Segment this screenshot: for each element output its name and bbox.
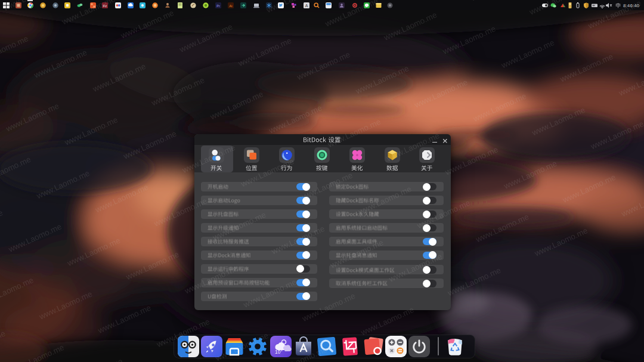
svg-text:www.Laomo.me: www.Laomo.me	[586, 0, 643, 30]
svg-text:www.Laomo.me: www.Laomo.me	[32, 48, 89, 80]
svg-text:www.Laomo.me: www.Laomo.me	[471, 91, 528, 123]
svg-text:www.Laomo.me: www.Laomo.me	[382, 10, 439, 42]
svg-text:www.Laomo.me: www.Laomo.me	[415, 199, 472, 231]
svg-text:www.Laomo.me: www.Laomo.me	[122, 129, 178, 161]
svg-text:www.Laomo.me: www.Laomo.me	[35, 169, 91, 201]
svg-text:www.Laomo.me: www.Laomo.me	[267, 103, 324, 135]
svg-text:www.Laomo.me: www.Laomo.me	[9, 343, 66, 362]
svg-text:www.Laomo.me: www.Laomo.me	[589, 119, 644, 151]
svg-text:www.Laomo.me: www.Laomo.me	[124, 250, 181, 282]
svg-text:www.Laomo.me: www.Laomo.me	[0, 208, 4, 240]
svg-text:www.Laomo.me: www.Laomo.me	[326, 117, 382, 149]
svg-text:www.Laomo.me: www.Laomo.me	[68, 357, 125, 362]
svg-text:www.Laomo.me: www.Laomo.me	[60, 0, 117, 27]
svg-text:www.Laomo.me: www.Laomo.me	[385, 131, 441, 163]
svg-text:www.Laomo.me: www.Laomo.me	[213, 331, 270, 362]
svg-text:www.Laomo.me: www.Laomo.me	[206, 0, 262, 1]
svg-text:www.Laomo.me: www.Laomo.me	[208, 89, 265, 122]
svg-text:www.Laomo.me: www.Laomo.me	[441, 24, 497, 57]
svg-text:www.Laomo.me: www.Laomo.me	[91, 62, 147, 94]
svg-text:www.Laomo.me: www.Laomo.me	[150, 76, 206, 108]
svg-text:www.Laomo.me: www.Laomo.me	[502, 159, 559, 191]
svg-text:www.Laomo.me: www.Laomo.me	[236, 36, 293, 68]
svg-text:www.Laomo.me: www.Laomo.me	[359, 305, 416, 338]
svg-text:www.Laomo.me: www.Laomo.me	[561, 172, 617, 205]
svg-text:www.Laomo.me: www.Laomo.me	[620, 187, 644, 219]
svg-text:www.Laomo.me: www.Laomo.me	[119, 8, 175, 41]
svg-text:www.Laomo.me: www.Laomo.me	[270, 224, 326, 256]
svg-text:www.Laomo.me: www.Laomo.me	[528, 0, 584, 17]
svg-text:www.Laomo.me: www.Laomo.me	[96, 303, 153, 335]
svg-text:www.Laomo.me: www.Laomo.me	[329, 238, 385, 270]
svg-text:www.Laomo.me: www.Laomo.me	[413, 78, 469, 110]
svg-text:www.Laomo.me: www.Laomo.me	[469, 0, 525, 3]
svg-text:www.Laomo.me: www.Laomo.me	[4, 101, 61, 134]
svg-text:www.Laomo.me: www.Laomo.me	[183, 264, 240, 296]
svg-text:www.Laomo.me: www.Laomo.me	[474, 212, 531, 245]
svg-text:www.Laomo.me: www.Laomo.me	[354, 64, 410, 96]
svg-text:www.Laomo.me: www.Laomo.me	[530, 106, 587, 138]
svg-text:www.Laomo.me: www.Laomo.me	[443, 145, 500, 177]
svg-text:www.Laomo.me: www.Laomo.me	[265, 0, 321, 15]
svg-text:www.Laomo.me: www.Laomo.me	[178, 22, 234, 54]
svg-text:www.Laomo.me: www.Laomo.me	[0, 34, 30, 66]
svg-text:www.Laomo.me: www.Laomo.me	[617, 66, 644, 98]
svg-text:www.Laomo.me: www.Laomo.me	[38, 289, 94, 321]
svg-text:www.Laomo.me: www.Laomo.me	[7, 222, 63, 254]
svg-text:www.Laomo.me: www.Laomo.me	[357, 184, 413, 216]
svg-text:www.Laomo.me: www.Laomo.me	[446, 265, 503, 298]
svg-text:www.Laomo.me: www.Laomo.me	[0, 154, 32, 187]
svg-text:www.Laomo.me: www.Laomo.me	[1, 0, 58, 13]
svg-text:www.Laomo.me: www.Laomo.me	[295, 50, 352, 82]
svg-text:www.Laomo.me: www.Laomo.me	[500, 38, 556, 70]
svg-text:www.Laomo.me: www.Laomo.me	[63, 115, 119, 147]
svg-text:www.Laomo.me: www.Laomo.me	[558, 52, 615, 84]
svg-text:www.Laomo.me: www.Laomo.me	[0, 329, 7, 361]
svg-text:www.Laomo.me: www.Laomo.me	[155, 317, 212, 349]
svg-text:www.Laomo.me: www.Laomo.me	[211, 210, 268, 242]
svg-text:www.Laomo.me: www.Laomo.me	[66, 236, 122, 268]
svg-text:www.Laomo.me: www.Laomo.me	[239, 157, 296, 189]
svg-text:www.Laomo.me: www.Laomo.me	[301, 292, 357, 324]
svg-text:www.Laomo.me: www.Laomo.me	[152, 196, 209, 228]
svg-text:www.Laomo.me: www.Laomo.me	[532, 226, 589, 258]
svg-text:www.Laomo.me: www.Laomo.me	[298, 171, 354, 203]
svg-text:www.Laomo.me: www.Laomo.me	[387, 252, 444, 284]
svg-text:www.Laomo.me: www.Laomo.me	[273, 345, 329, 362]
svg-text:www.Laomo.me: www.Laomo.me	[180, 143, 237, 175]
svg-text:www.Laomo.me: www.Laomo.me	[242, 277, 298, 310]
svg-text:www.Laomo.me: www.Laomo.me	[0, 276, 35, 308]
svg-text:www.Laomo.me: www.Laomo.me	[323, 0, 380, 29]
svg-text:www.Laomo.me: www.Laomo.me	[0, 88, 2, 120]
svg-text:www.Laomo.me: www.Laomo.me	[94, 182, 150, 215]
